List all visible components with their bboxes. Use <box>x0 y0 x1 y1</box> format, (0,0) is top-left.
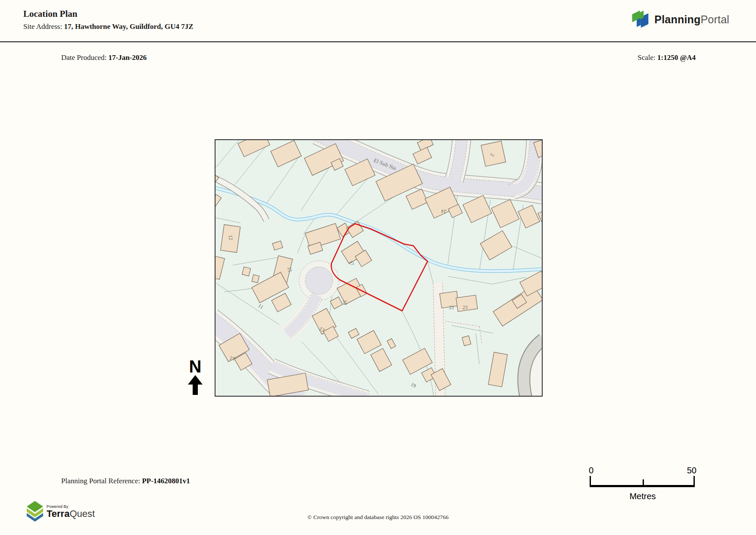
date-value: 17-Jan-2026 <box>109 53 147 62</box>
scale-text: Scale: 1:1250 @A4 <box>637 53 696 62</box>
label-house-24: 24 <box>441 208 447 215</box>
location-plan-page: Location Plan Site Address: 17, Hawthorn… <box>0 0 756 535</box>
scale-value: 1:1250 @A4 <box>657 53 696 62</box>
north-label: N <box>185 358 205 375</box>
date-produced: Date Produced: 17-Jan-2026 <box>61 53 147 62</box>
scale-unit: Metres <box>589 491 697 501</box>
site-address: Site Address: 17, Hawthorne Way, Guildfo… <box>23 22 194 31</box>
page-title: Location Plan <box>23 9 77 19</box>
scale-start: 0 <box>589 466 594 476</box>
copyright-notice: © Crown copyright and database rights 20… <box>0 514 756 521</box>
scale-end: 50 <box>687 466 697 476</box>
label-house-18: 18 <box>342 300 348 305</box>
scale-bar-labels: 0 50 <box>589 466 697 476</box>
location-plan-map: El Sub Sta 2 24 12 15 11 17 18 13 12 21 … <box>215 139 543 397</box>
planning-portal-logo: PlanningPortal <box>630 9 729 29</box>
header-divider <box>0 41 756 42</box>
label-house-12-lower: 12 <box>229 355 235 362</box>
map-canvas: El Sub Sta 2 24 12 15 11 17 18 13 12 21 … <box>216 140 542 396</box>
scale-label: Scale: <box>637 53 657 62</box>
scale-bar: 0 50 Metres <box>589 466 697 501</box>
label-house-23: 23 <box>462 304 468 310</box>
scale-bar-line <box>590 485 695 487</box>
north-arrow-icon <box>187 375 203 395</box>
north-arrow: N <box>185 358 205 397</box>
site-address-label: Site Address: <box>23 22 64 31</box>
scale-bar-graphic <box>589 476 697 487</box>
reference-label: Planning Portal Reference: <box>61 477 142 485</box>
reference-value: PP-14620801v1 <box>142 477 190 485</box>
planning-portal-wordmark: PlanningPortal <box>654 13 729 26</box>
brand-light: Portal <box>700 13 729 25</box>
brand-bold: Planning <box>654 13 700 25</box>
date-label: Date Produced: <box>61 53 109 62</box>
site-address-value: 17, Hawthorne Way, Guildford, GU4 7JZ <box>64 22 193 31</box>
planning-reference: Planning Portal Reference: PP-14620801v1 <box>61 477 190 485</box>
label-house-21: 21 <box>449 304 454 310</box>
planning-portal-icon <box>630 9 650 29</box>
